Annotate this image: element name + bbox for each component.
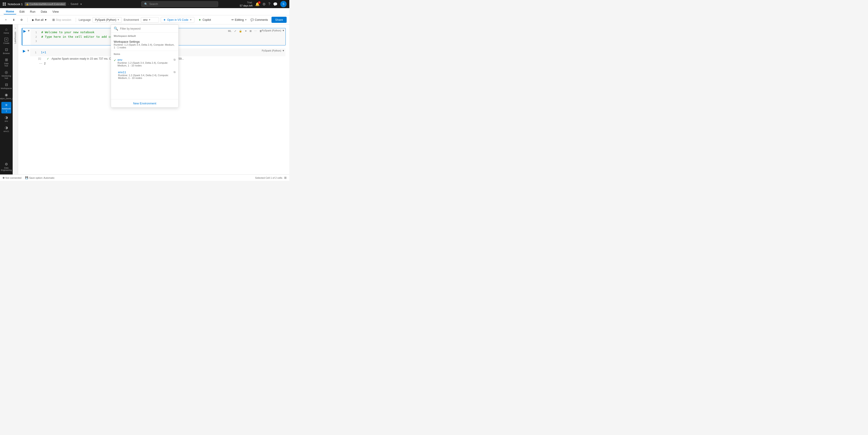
edit-icon: ✏ bbox=[231, 18, 234, 22]
status-left: Not connected 💾 Save option: Automatic bbox=[3, 176, 55, 179]
main-layout: ⌂ Home + Create ⊡ Browse ⊞ Data hub ◎ Mo… bbox=[0, 24, 289, 175]
env-item-env11-details: env11 Runtime: 1.2 (Spark 3.4, Delta 2.4… bbox=[118, 70, 174, 79]
help-icon[interactable]: ? bbox=[268, 2, 270, 6]
save-status-icon: 💾 bbox=[25, 176, 28, 179]
workspaces-icon: ⊟ bbox=[5, 83, 8, 87]
gear-icon: ⚙ bbox=[20, 18, 23, 22]
lock-icon[interactable]: 🔒 bbox=[238, 29, 243, 33]
menu-view[interactable]: View bbox=[50, 9, 61, 14]
sidebar-label-dataeng: Data Engineering bbox=[1, 167, 12, 171]
sparkle-icon[interactable]: ✦ bbox=[244, 29, 248, 33]
open-vs-code-button[interactable]: ✦ Open in VS Code ▼ bbox=[161, 17, 194, 23]
shuaijun-icon: ◉ bbox=[5, 93, 8, 97]
pyspark-chevron[interactable]: ▼ bbox=[282, 29, 285, 32]
home-icon: ⌂ bbox=[5, 28, 7, 31]
monitoring-icon: ◎ bbox=[5, 70, 8, 74]
share-button[interactable]: Share bbox=[272, 17, 287, 23]
notebook-area: ▶ ▾ 1 # Welcome to your new notebook 2 #… bbox=[18, 24, 289, 175]
env-item-env-details: env Runtime: 1.2 (Spark 3.4, Delta 2.4),… bbox=[118, 58, 174, 67]
search-box[interactable]: 🔍 Search bbox=[141, 1, 218, 7]
env-external-link-icon[interactable]: ⧉ bbox=[174, 58, 176, 61]
notification-icon[interactable]: 🔔5 bbox=[255, 2, 260, 6]
pyspark-2-chevron[interactable]: ▼ bbox=[282, 49, 285, 52]
cell-2-collapse[interactable]: ▾ bbox=[26, 49, 30, 53]
sidebar-bottom: ⚙ Data Engineering bbox=[1, 161, 11, 173]
add-cell-button[interactable]: ＋ bbox=[3, 17, 9, 23]
avatar[interactable]: S bbox=[280, 1, 287, 7]
sidebar-item-dataeng[interactable]: ⚙ Data Engineering bbox=[1, 161, 11, 173]
chevron-right-icon[interactable]: › bbox=[15, 26, 16, 30]
sidebar-label-datahub: Data hub bbox=[2, 62, 10, 67]
env-filter: 🔍 bbox=[111, 25, 178, 33]
sidebar-item-env11[interactable]: ◑ env11 bbox=[1, 125, 11, 134]
language-label: Language bbox=[79, 18, 91, 22]
notebook-icon: ≡ bbox=[5, 103, 7, 107]
table-icon: ⊞ bbox=[284, 176, 287, 179]
env11-external-link-icon[interactable]: ⧉ bbox=[174, 70, 176, 74]
sidebar-label-browse: Browse bbox=[3, 52, 10, 55]
dropdown-spacer bbox=[111, 81, 178, 99]
side-panel-toggle[interactable]: › Lakehouses bbox=[13, 24, 18, 175]
environment-label: Environment bbox=[124, 18, 139, 22]
browse-icon: ⊡ bbox=[5, 48, 8, 52]
comments-button[interactable]: 💬 Comments bbox=[249, 18, 270, 22]
env-item-env-left: ✓ env Runtime: 1.2 (Spark 3.4, Delta 2.4… bbox=[114, 58, 174, 67]
search-icon: 🔍 bbox=[144, 2, 148, 6]
split-icon[interactable]: ⊞ bbox=[249, 29, 252, 33]
menu-home[interactable]: Home bbox=[4, 9, 16, 14]
language-selector[interactable]: PySpark (Python) ▼ bbox=[92, 17, 122, 23]
title-bar: Notebook 1 🔒 Confidential\Microsoft Exte… bbox=[0, 0, 289, 8]
cell-1-run-button[interactable]: ▶ bbox=[22, 29, 27, 33]
run-all-button[interactable]: ▶ Run all ▼ bbox=[30, 18, 49, 22]
grid-icon[interactable] bbox=[3, 2, 6, 6]
run-chevron: ▼ bbox=[44, 18, 47, 22]
sidebar-item-workspaces[interactable]: ⊟ Workspaces bbox=[1, 82, 11, 91]
cell-1-collapse[interactable]: ▾ bbox=[27, 28, 31, 33]
more-icon[interactable]: ⋯ bbox=[253, 29, 258, 33]
cell-expand-icon[interactable]: ⤢ bbox=[233, 29, 237, 33]
cell-1-actions: ML ⤢ 🔒 ✦ ⊞ ⋯ 🗑 bbox=[227, 29, 263, 33]
new-environment-button[interactable]: New Environment bbox=[111, 99, 178, 107]
sidebar-item-notebook1[interactable]: ≡ Notebook 1 bbox=[1, 102, 11, 114]
more-dots[interactable]: ⋯ bbox=[38, 61, 43, 66]
menu-edit[interactable]: Edit bbox=[17, 9, 27, 14]
env-filter-input[interactable] bbox=[120, 27, 176, 30]
ml-icon[interactable]: ML bbox=[227, 29, 232, 33]
feedback-icon[interactable]: 💬 bbox=[273, 2, 278, 6]
sidebar-item-home[interactable]: ⌂ Home bbox=[1, 26, 11, 35]
copilot-icon: ✦ bbox=[198, 18, 201, 22]
menu-run[interactable]: Run bbox=[28, 9, 38, 14]
workspace-settings-item[interactable]: Workspace Settings Runtime: 1.2 (Spark 3… bbox=[111, 38, 178, 51]
cell-1-pyspark-label: PySpark (Python) ▼ bbox=[262, 29, 285, 32]
environment-selector[interactable]: env ▼ bbox=[141, 17, 159, 23]
lakehouses-label: Lakehouses bbox=[14, 32, 17, 44]
sidebar-item-create[interactable]: + Create bbox=[1, 36, 11, 45]
status-right: Selected Cell 1 of 2 cells ⊞ bbox=[255, 176, 287, 179]
env-dropdown-item-env11[interactable]: env11 Runtime: 1.2 (Spark 3.4, Delta 2.4… bbox=[111, 69, 178, 81]
sidebar-item-datahub[interactable]: ⊞ Data hub bbox=[1, 57, 11, 68]
workspace-default-label: Workspace default bbox=[111, 33, 178, 38]
sidebar-label-notebook1: Notebook 1 bbox=[2, 107, 11, 112]
sidebar-label-workspaces: Workspaces bbox=[1, 87, 12, 90]
cell-2-pyspark-label: PySpark (Python) ▼ bbox=[262, 49, 285, 52]
cell-2-run-button[interactable]: ▶ bbox=[22, 49, 26, 53]
lang-chevron: ▼ bbox=[117, 19, 119, 21]
stop-session-button[interactable]: Stop session bbox=[51, 18, 73, 22]
save-chevron[interactable]: ▼ bbox=[80, 3, 82, 5]
env11-no-check bbox=[114, 70, 117, 79]
sidebar-item-shuaijun[interactable]: ◉ Shuaijun_Demo_Env bbox=[1, 92, 11, 101]
settings-icon[interactable]: ⚙ bbox=[262, 2, 266, 6]
env-dropdown-item-env[interactable]: ✓ env Runtime: 1.2 (Spark 3.4, Delta 2.4… bbox=[111, 56, 178, 69]
sidebar-item-browse[interactable]: ⊡ Browse bbox=[1, 46, 11, 56]
add-icon: ＋ bbox=[4, 18, 7, 22]
sidebar-item-monitoring[interactable]: ◎ Monitoring hub bbox=[1, 69, 11, 81]
delete-icon[interactable]: 🗑 bbox=[258, 29, 263, 33]
env-item-env11-left: env11 Runtime: 1.2 (Spark 3.4, Delta 2.4… bbox=[114, 70, 174, 79]
sidebar-item-env[interactable]: ◑ env bbox=[1, 114, 11, 124]
copilot-button[interactable]: ✦ Copilot bbox=[196, 17, 213, 23]
status-bar: Not connected 💾 Save option: Automatic S… bbox=[0, 175, 289, 181]
menu-data[interactable]: Data bbox=[38, 9, 49, 14]
editing-button[interactable]: ✏ Editing ▼ bbox=[231, 18, 247, 22]
save-button[interactable]: ⬇ bbox=[11, 18, 17, 22]
settings-button[interactable]: ⚙ bbox=[19, 18, 25, 22]
